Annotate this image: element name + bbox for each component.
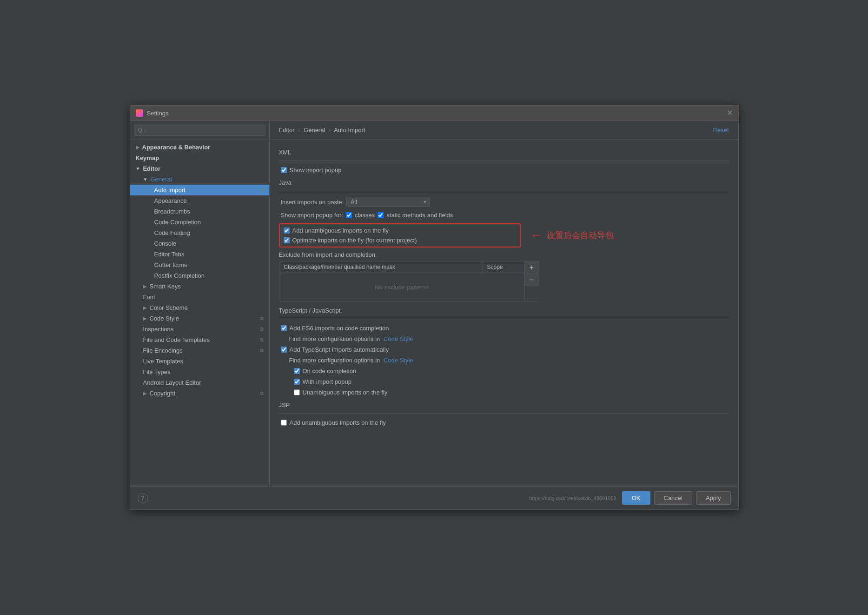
copy-icon: ⧉: [260, 187, 264, 193]
ok-button[interactable]: OK: [622, 491, 650, 505]
sidebar-item-copyright[interactable]: ▶ Copyright ⧉: [130, 388, 269, 399]
copy-icon: ⧉: [260, 348, 264, 354]
exclude-col2-header: Scope: [483, 261, 524, 273]
on-code-completion-checkbox[interactable]: [294, 368, 300, 374]
dialog-title: Settings: [147, 110, 169, 117]
sidebar-item-color-scheme[interactable]: ▶ Color Scheme: [130, 302, 269, 313]
sidebar-item-label: General: [150, 176, 172, 183]
sidebar-item-code-completion[interactable]: Code Completion: [130, 217, 269, 227]
with-import-popup-checkbox[interactable]: [294, 379, 300, 385]
sidebar-item-appearance[interactable]: Appearance: [130, 195, 269, 206]
sidebar-item-label: Breadcrumbs: [154, 208, 190, 215]
sidebar-item-appearance-behavior[interactable]: ▶ Appearance & Behavior: [130, 142, 269, 153]
arrow-icon: ▼: [143, 177, 148, 182]
title-bar: Settings ✕: [130, 106, 738, 121]
sidebar-item-file-code-templates[interactable]: File and Code Templates ⧉: [130, 334, 269, 345]
add-typescript-imports-checkbox[interactable]: [281, 347, 287, 353]
sidebar-item-inspections[interactable]: Inspections ⧉: [130, 324, 269, 334]
add-es6-imports-row: Add ES6 imports on code completion: [279, 325, 729, 332]
sidebar-item-label: Code Style: [150, 315, 179, 322]
exclude-buttons: + −: [525, 261, 539, 301]
xml-divider: [279, 160, 729, 161]
sidebar-item-label: Console: [154, 240, 177, 247]
optimize-imports-row: Optimize imports on the fly (for current…: [284, 237, 516, 244]
copy-icon: ⧉: [260, 315, 264, 321]
sidebar-item-code-style[interactable]: ▶ Code Style ⧉: [130, 313, 269, 324]
sidebar-item-general[interactable]: ▼ General: [130, 174, 269, 185]
sidebar-item-label: File Types: [143, 368, 171, 375]
sidebar-item-console[interactable]: Console: [130, 238, 269, 249]
sidebar-item-label: Appearance: [154, 197, 187, 204]
sidebar-item-code-folding[interactable]: Code Folding: [130, 227, 269, 238]
title-bar-left: Settings: [136, 109, 169, 117]
sidebar-item-label: Appearance & Behavior: [142, 144, 211, 151]
help-button[interactable]: ?: [138, 493, 148, 503]
sidebar-item-label: Keymap: [136, 154, 159, 161]
insert-imports-select[interactable]: All Ask None: [346, 197, 430, 207]
add-unambiguous-checkbox[interactable]: [284, 227, 290, 234]
sidebar-item-gutter-icons[interactable]: Gutter Icons: [130, 260, 269, 270]
sidebar-item-font[interactable]: Font: [130, 292, 269, 302]
close-button[interactable]: ✕: [727, 109, 733, 117]
arrow-icon: ▶: [143, 316, 147, 321]
sidebar-item-label: Editor Tabs: [154, 251, 185, 258]
sidebar-item-editor-tabs[interactable]: Editor Tabs: [130, 249, 269, 260]
static-methods-checkbox[interactable]: [378, 212, 384, 218]
xml-show-import-popup-label: Show import popup: [290, 167, 342, 174]
sidebar-item-android-layout-editor[interactable]: Android Layout Editor: [130, 377, 269, 388]
sidebar-item-label: Color Scheme: [150, 304, 188, 311]
breadcrumb-part1: Editor: [279, 127, 295, 134]
insert-imports-label: Insert imports on paste:: [281, 199, 344, 206]
exclude-col1-header: Class/package/member qualified name mask: [279, 261, 483, 273]
annotation-group: ← 设置后会自动导包: [530, 228, 614, 243]
cancel-button[interactable]: Cancel: [654, 491, 692, 505]
search-input[interactable]: [134, 125, 265, 136]
xml-show-import-popup-checkbox[interactable]: [281, 167, 287, 173]
apply-button[interactable]: Apply: [696, 491, 731, 505]
watermark-text: https://blog.csdn.net/weixin_43691058: [530, 495, 616, 501]
exclude-remove-button[interactable]: −: [525, 274, 539, 286]
on-code-completion-label: On code completion: [303, 368, 357, 374]
jsp-add-unambiguous-checkbox[interactable]: [281, 420, 287, 426]
sidebar-item-keymap[interactable]: Keymap: [130, 153, 269, 163]
sidebar-item-breadcrumbs[interactable]: Breadcrumbs: [130, 206, 269, 217]
sidebar-item-file-types[interactable]: File Types: [130, 367, 269, 377]
arrow-icon: ▶: [143, 284, 147, 289]
find-config-ts1-text: Find more configuration options in: [289, 335, 380, 342]
add-es6-imports-checkbox[interactable]: [281, 325, 287, 331]
sidebar-item-live-templates[interactable]: Live Templates: [130, 356, 269, 367]
add-unambiguous-label: Add unambiguous imports on the fly: [292, 227, 389, 234]
find-config-ts2-row: Find more configuration options in Code …: [279, 357, 729, 364]
unambiguous-fly-row: Unambiguous imports on the fly: [279, 389, 729, 396]
reset-button[interactable]: Reset: [713, 127, 729, 134]
jsp-section-title: JSP: [279, 401, 729, 408]
sidebar-item-label: Inspections: [143, 326, 174, 333]
sidebar-item-label: Live Templates: [143, 358, 183, 365]
copy-icon: ⧉: [260, 326, 264, 332]
optimize-imports-checkbox[interactable]: [284, 237, 290, 243]
main-scroll: XML Show import popup Java Insert import…: [270, 140, 738, 486]
sidebar-item-label: Gutter Icons: [154, 261, 187, 268]
highlighted-box: Add unambiguous imports on the fly Optim…: [279, 223, 521, 247]
sidebar-item-file-encodings[interactable]: File Encodings ⧉: [130, 345, 269, 356]
add-unambiguous-row: Add unambiguous imports on the fly: [284, 227, 516, 234]
sidebar-item-smart-keys[interactable]: ▶ Smart Keys: [130, 281, 269, 292]
typescript-section-title: TypeScript / JavaScript: [279, 307, 729, 314]
classes-checkbox[interactable]: [346, 212, 352, 218]
bottom-bar: ? https://blog.csdn.net/weixin_43691058 …: [130, 486, 738, 509]
breadcrumb-part3: Auto Import: [334, 127, 365, 134]
copy-icon: ⧉: [260, 337, 264, 343]
main-header: Editor › General › Auto Import Reset: [270, 121, 738, 140]
exclude-add-button[interactable]: +: [525, 261, 539, 274]
unambiguous-fly-checkbox[interactable]: [294, 389, 300, 395]
sidebar-item-label: Postfix Completion: [154, 272, 205, 279]
sidebar-item-editor[interactable]: ▼ Editor: [130, 163, 269, 174]
red-arrow-icon: ←: [530, 228, 543, 243]
arrow-icon: ▶: [136, 145, 139, 150]
code-style-link2[interactable]: Code Style: [384, 357, 413, 364]
sidebar-item-auto-import[interactable]: Auto Import ⧉: [130, 185, 269, 195]
sidebar-tree: ▶ Appearance & Behavior Keymap ▼ Editor …: [130, 140, 269, 486]
code-style-link1[interactable]: Code Style: [384, 335, 413, 342]
sidebar-item-postfix-completion[interactable]: Postfix Completion: [130, 270, 269, 281]
exclude-table-container: Class/package/member qualified name mask…: [279, 261, 539, 301]
